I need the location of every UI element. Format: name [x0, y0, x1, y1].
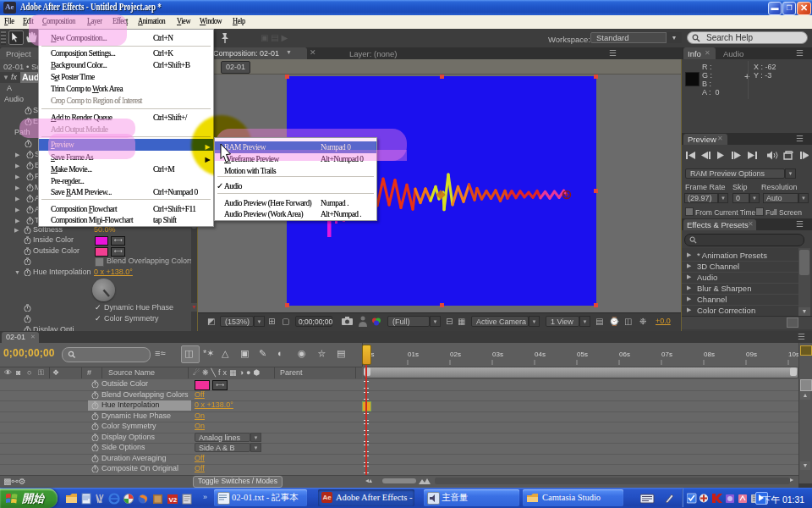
svg-text:10s: 10s: [788, 351, 798, 358]
svg-text:01s: 01s: [408, 351, 419, 358]
svg-text:03s: 03s: [492, 351, 503, 358]
svg-text:06s: 06s: [619, 351, 630, 358]
svg-text:08s: 08s: [704, 351, 715, 358]
svg-text:V2: V2: [169, 496, 178, 504]
svg-text:07s: 07s: [661, 351, 672, 358]
svg-text:04s: 04s: [535, 351, 546, 358]
svg-text:02s: 02s: [450, 351, 461, 358]
svg-text:09s: 09s: [746, 351, 757, 358]
svg-text:05s: 05s: [577, 351, 588, 358]
